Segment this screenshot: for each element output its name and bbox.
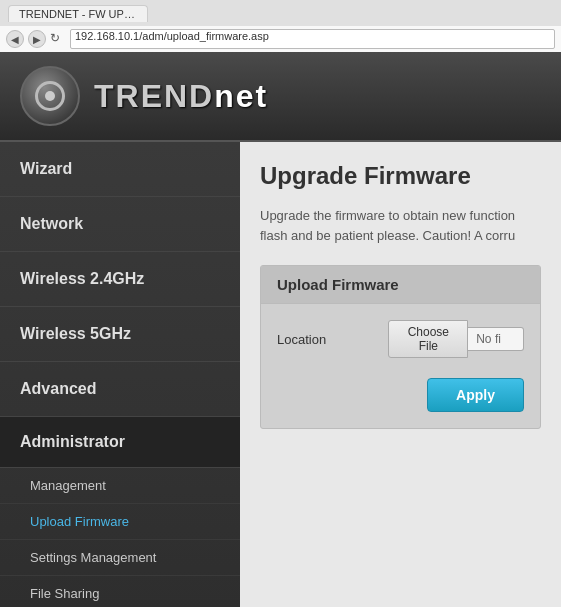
location-label: Location (277, 332, 388, 347)
address-bar: ◀ ▶ ↻ 192.168.10.1/adm/upload_firmware.a… (0, 26, 561, 52)
logo-text-trend: TREND (94, 78, 214, 114)
logo-text: TRENDnet (94, 78, 268, 115)
header: TRENDnet (0, 52, 561, 142)
browser-tab[interactable]: TRENDNET - FW UPBO... (8, 5, 148, 22)
apply-row: Apply (277, 370, 524, 412)
choose-file-button[interactable]: Choose File (388, 320, 468, 358)
sidebar-item-wireless-24[interactable]: Wireless 2.4GHz (0, 252, 240, 307)
logo-icon (20, 66, 80, 126)
sidebar-sub-management[interactable]: Management (0, 468, 240, 504)
sidebar-item-advanced[interactable]: Advanced (0, 362, 240, 417)
sidebar-sub-settings-management[interactable]: Settings Management (0, 540, 240, 576)
forward-button[interactable]: ▶ (28, 30, 46, 48)
file-name-display: No fi (468, 327, 524, 351)
location-row: Location Choose File No fi (277, 320, 524, 358)
file-input-wrapper: Choose File No fi (388, 320, 524, 358)
main-layout: Wizard Network Wireless 2.4GHz Wireless … (0, 142, 561, 607)
sidebar-item-wizard[interactable]: Wizard (0, 142, 240, 197)
sidebar-admin-header[interactable]: Administrator (0, 417, 240, 468)
browser-chrome: TRENDNET - FW UPBO... ◀ ▶ ↻ 192.168.10.1… (0, 0, 561, 52)
apply-button[interactable]: Apply (427, 378, 524, 412)
sidebar: Wizard Network Wireless 2.4GHz Wireless … (0, 142, 240, 607)
back-button[interactable]: ◀ (6, 30, 24, 48)
tab-bar: TRENDNET - FW UPBO... (0, 0, 561, 26)
upload-firmware-panel: Upload Firmware Location Choose File No … (260, 265, 541, 429)
url-bar[interactable]: 192.168.10.1/adm/upload_firmware.asp (70, 29, 555, 49)
page-title: Upgrade Firmware (260, 162, 541, 190)
panel-body: Location Choose File No fi Apply (261, 304, 540, 428)
content-area: Upgrade Firmware Upgrade the firmware to… (240, 142, 561, 607)
logo-text-net: net (214, 78, 268, 114)
refresh-button[interactable]: ↻ (50, 31, 66, 47)
page: TRENDnet Wizard Network Wireless 2.4GHz … (0, 52, 561, 607)
sidebar-sub-file-sharing[interactable]: File Sharing (0, 576, 240, 607)
panel-header: Upload Firmware (261, 266, 540, 304)
page-description: Upgrade the firmware to obtain new funct… (260, 206, 541, 245)
sidebar-item-wireless-5[interactable]: Wireless 5GHz (0, 307, 240, 362)
sidebar-item-network[interactable]: Network (0, 197, 240, 252)
sidebar-sub-upload-firmware[interactable]: Upload Firmware (0, 504, 240, 540)
logo-inner (35, 81, 65, 111)
